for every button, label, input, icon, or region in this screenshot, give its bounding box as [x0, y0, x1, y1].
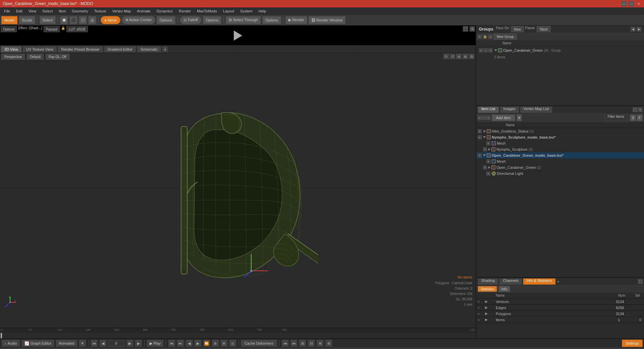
- group-lock-btn[interactable]: □: [484, 48, 488, 52]
- graph-editor-button[interactable]: 📈 Graph Editor: [21, 340, 54, 347]
- item-nymphs-s-vis[interactable]: ●: [483, 147, 487, 151]
- extra-3[interactable]: ⊞: [299, 340, 306, 347]
- stats-polygons-expand[interactable]: ▶: [485, 311, 489, 316]
- menu-select[interactable]: Select: [40, 8, 55, 14]
- item-list-expand-icon[interactable]: ⛶: [633, 107, 637, 112]
- viewport-rotate-icon[interactable]: ⟳: [443, 54, 449, 59]
- sculpt-mode-button[interactable]: Sculpt: [19, 16, 35, 24]
- stats-items-add[interactable]: +: [478, 318, 482, 322]
- transport-2[interactable]: ⏭: [177, 340, 184, 347]
- play-button-bottom[interactable]: ▶ Play: [147, 340, 164, 347]
- tab-info-statistics[interactable]: Info & Statistics: [523, 278, 556, 285]
- viewport-settings-icon[interactable]: ⚙: [469, 54, 474, 59]
- transport-5[interactable]: ⏩: [203, 340, 210, 347]
- stats-items-expand[interactable]: ▶: [485, 317, 489, 322]
- menu-help[interactable]: Help: [256, 8, 269, 14]
- stats-row-edges[interactable]: + ▶ Edges 6256 ...: [476, 305, 644, 311]
- tab-gradient-editor[interactable]: Gradient Editor: [104, 46, 136, 53]
- items-button[interactable]: ● Items: [101, 16, 120, 24]
- tab-shading[interactable]: Shading: [478, 278, 498, 285]
- transport-3[interactable]: ◀: [185, 340, 193, 347]
- menu-geometry[interactable]: Geometry: [69, 8, 91, 14]
- stats-polygons-add[interactable]: +: [478, 312, 482, 316]
- stats-row-vertices[interactable]: + ▶ Vertices 3124 ...: [476, 299, 644, 305]
- menu-maxtomodo[interactable]: MaxToModo: [194, 8, 220, 14]
- menu-item[interactable]: Item: [56, 8, 68, 14]
- item-row-carabiner-scene[interactable]: ● Open_Carabiner_Green_modo_base.lxo*: [476, 152, 644, 158]
- item-nymphs-expand[interactable]: [483, 136, 486, 138]
- item-row-nike[interactable]: ● Nike_Goddess_Statue (2): [476, 128, 644, 134]
- item-row-nymphs-mesh[interactable]: ● Mesh: [476, 140, 644, 146]
- menu-animate[interactable]: Animate: [134, 8, 153, 14]
- render-button[interactable]: ▶ Render: [285, 16, 307, 24]
- item-list-lock-icon[interactable]: □: [482, 116, 486, 120]
- passe-new-button[interactable]: Ntext: [537, 26, 550, 32]
- viewport-raygl-button[interactable]: Ray GL: Off: [46, 54, 69, 60]
- menu-dynamics[interactable]: Dynamics: [154, 8, 175, 14]
- item-row-car-mesh[interactable]: ● Mesh: [476, 158, 644, 164]
- animated-button[interactable]: Animated: [56, 340, 77, 347]
- tab-images[interactable]: Images: [500, 106, 519, 113]
- menu-file[interactable]: File: [1, 8, 13, 14]
- stats-edges-expand[interactable]: ▶: [485, 305, 489, 310]
- new-group-button[interactable]: New Group: [494, 34, 517, 40]
- menu-layout[interactable]: Layout: [220, 8, 237, 14]
- tab-schematic[interactable]: Schematic: [137, 46, 161, 53]
- groups-collapse-icon[interactable]: ▶: [637, 27, 641, 32]
- menu-vertexmap[interactable]: Vertex Map: [110, 8, 134, 14]
- item-list-collapse-icon[interactable]: ✕: [638, 107, 643, 112]
- preview-options-button[interactable]: Options: [1, 26, 17, 32]
- step-back-button[interactable]: ◀: [99, 340, 107, 347]
- viewport-fit-icon[interactable]: ⊞: [463, 54, 468, 59]
- groups-lock-icon[interactable]: 🔒: [483, 35, 487, 39]
- tab-item-list[interactable]: Item List: [478, 106, 499, 113]
- settings-button[interactable]: Settings: [622, 340, 643, 347]
- viewport-3d[interactable]: Perspective Default Ray GL: Off ⟳ ↺ ⊕ ⊞ …: [0, 53, 476, 328]
- groups-expand-icon[interactable]: ◀: [631, 27, 635, 32]
- transport-7[interactable]: ⊗: [220, 340, 228, 347]
- select-mode-1-button[interactable]: ⬟: [60, 16, 68, 24]
- prev-keyframe-button[interactable]: ⏮: [91, 340, 98, 347]
- tab-3d-view[interactable]: 3D View: [1, 46, 22, 53]
- filter-f-button[interactable]: F: [637, 114, 643, 121]
- extra-1[interactable]: ⏮: [281, 340, 289, 347]
- menu-texture[interactable]: Texture: [92, 8, 109, 14]
- stats-add-tab[interactable]: +: [557, 280, 559, 284]
- select-button[interactable]: Select: [40, 16, 56, 24]
- extra-6[interactable]: ⊗: [325, 340, 332, 347]
- tab-vertex-map-list[interactable]: Vertex Map List: [520, 106, 553, 113]
- group-render-btn[interactable]: ◎: [488, 48, 492, 52]
- falloff-options-button[interactable]: Options: [203, 16, 222, 24]
- menu-edit[interactable]: Edit: [13, 8, 25, 14]
- item-nymphs-vis[interactable]: ●: [478, 135, 482, 139]
- stats-row-polygons[interactable]: + ▶ Polygons 3134 ...: [476, 311, 644, 317]
- transport-8[interactable]: ◎: [229, 340, 236, 347]
- item-nymphs-mesh-vis[interactable]: ●: [486, 141, 490, 145]
- viewport-perspective-button[interactable]: Perspective: [1, 54, 25, 60]
- preview-settings-icon[interactable]: ⚙: [470, 26, 475, 32]
- viewport-reset-icon[interactable]: ↺: [450, 54, 455, 59]
- menu-view[interactable]: View: [26, 8, 39, 14]
- dropdown-arrow-icon[interactable]: ▼: [79, 340, 86, 347]
- close-button[interactable]: ✕: [636, 1, 641, 6]
- stats-edges-add[interactable]: +: [478, 306, 482, 310]
- maximize-button[interactable]: □: [629, 1, 634, 6]
- viewport-zoom-icon[interactable]: ⊕: [456, 54, 462, 59]
- select-mode-4-button[interactable]: ◎: [88, 16, 96, 24]
- action-center-button[interactable]: ⊕ Action Center: [122, 16, 155, 24]
- item-nike-expand[interactable]: [484, 130, 486, 133]
- extra-5[interactable]: ⊕: [316, 340, 324, 347]
- item-nymphs-s-expand[interactable]: [488, 148, 490, 151]
- transport-4[interactable]: ▶: [194, 340, 202, 347]
- item-light-vis[interactable]: ●: [486, 171, 490, 176]
- group-expand-triangle[interactable]: [494, 49, 497, 51]
- item-car-expand[interactable]: [483, 154, 486, 156]
- pass-new-button[interactable]: New: [511, 26, 524, 32]
- item-car-mesh-vis[interactable]: ●: [486, 159, 490, 163]
- item-car-g-expand[interactable]: [488, 166, 490, 169]
- menu-render[interactable]: Render: [176, 8, 194, 14]
- stats-expand-icon[interactable]: ⛶: [638, 279, 643, 284]
- preview-lut-button[interactable]: LUT: sRGB: [66, 26, 88, 32]
- item-list-render-icon[interactable]: ◎: [486, 116, 490, 120]
- filter-s-button[interactable]: S: [630, 114, 636, 121]
